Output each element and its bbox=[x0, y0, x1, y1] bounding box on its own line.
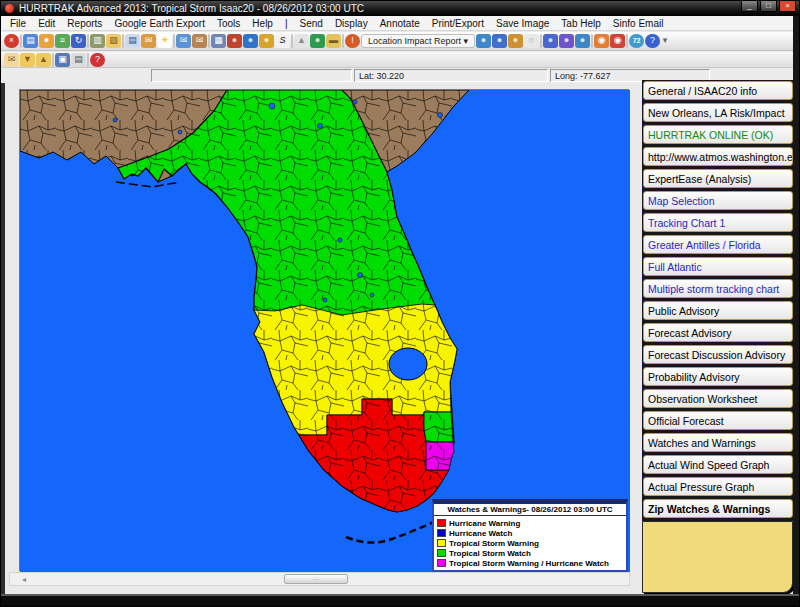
toolbar-separator[interactable] bbox=[208, 34, 210, 48]
sidebar-item-observation-worksheet[interactable]: Observation Worksheet bbox=[643, 389, 793, 408]
save-icon[interactable]: ▣ bbox=[55, 53, 70, 67]
clock-72-icon[interactable]: 72 bbox=[629, 34, 644, 48]
globe-red-icon[interactable]: ● bbox=[227, 34, 242, 48]
delete-storm-icon[interactable]: × bbox=[4, 34, 19, 48]
maximize-button[interactable]: □ bbox=[760, 1, 777, 12]
legend-row: Tropical Storm Warning / Hurricane Watch bbox=[437, 558, 624, 568]
toolbar-separator[interactable] bbox=[173, 34, 175, 48]
location-impact-report-button[interactable]: Location Impact Report ▾ bbox=[361, 34, 475, 48]
help-icon[interactable]: ? bbox=[645, 34, 660, 48]
mail-send-icon[interactable]: ✉ bbox=[176, 34, 191, 48]
mail-receive-icon[interactable]: ✉ bbox=[192, 34, 207, 48]
mail-open-icon[interactable]: ✉ bbox=[4, 53, 19, 67]
menu-tools[interactable]: Tools bbox=[211, 18, 246, 29]
users-orange-icon[interactable]: ◉ bbox=[594, 34, 609, 48]
toolbar-separator[interactable] bbox=[87, 53, 89, 67]
toolbar-separator[interactable] bbox=[540, 34, 542, 48]
status-panel bbox=[151, 69, 352, 82]
scrollbar-thumb[interactable]: ⋯ bbox=[284, 574, 348, 584]
database-add-icon[interactable]: ▥ bbox=[90, 34, 105, 48]
menu-file[interactable]: File bbox=[4, 18, 32, 29]
legend-label: Tropical Storm Warning bbox=[449, 539, 539, 548]
menu-separator[interactable]: | bbox=[279, 18, 294, 29]
sidebar-item-tracking-chart-1[interactable]: Tracking Chart 1 bbox=[643, 213, 793, 232]
menu-print-export[interactable]: Print/Export bbox=[426, 18, 490, 29]
search-disabled-icon[interactable]: ○ bbox=[524, 34, 539, 48]
sidebar-item-general-info[interactable]: General / ISAAC20 info bbox=[643, 81, 793, 100]
menu-google-earth-export[interactable]: Google Earth Export bbox=[108, 18, 211, 29]
sidebar-item-official-forecast[interactable]: Official Forecast bbox=[643, 411, 793, 430]
sidebar-item-map-selection[interactable]: Map Selection bbox=[643, 191, 793, 210]
toolbar-separator[interactable] bbox=[20, 34, 22, 48]
legend-row: Hurricane Watch bbox=[437, 528, 624, 538]
refresh-icon[interactable]: ↻ bbox=[71, 34, 86, 48]
sidebar-item-watches-warnings[interactable]: Watches and Warnings bbox=[643, 433, 793, 452]
sidebar-item-pressure-graph[interactable]: Actual Pressure Graph bbox=[643, 477, 793, 496]
report-window-icon[interactable]: ▤ bbox=[23, 34, 38, 48]
globe-report-2-icon[interactable]: ● bbox=[492, 34, 507, 48]
sidebar-item-expertease[interactable]: ExpertEase (Analysis) bbox=[643, 169, 793, 188]
sidebar-item-new-orleans-risk[interactable]: New Orleans, LA Risk/Impact bbox=[643, 103, 793, 122]
legend-color-chip bbox=[437, 519, 446, 527]
sphere-teal-icon[interactable]: ● bbox=[575, 34, 590, 48]
form-list-icon[interactable]: ≡ bbox=[55, 34, 70, 48]
menu-annotate[interactable]: Annotate bbox=[374, 18, 426, 29]
sphere-blue-icon[interactable]: ● bbox=[543, 34, 558, 48]
map-image-icon[interactable]: ▦ bbox=[211, 34, 226, 48]
menu-display[interactable]: Display bbox=[329, 18, 374, 29]
sidebar-item-public-advisory[interactable]: Public Advisory bbox=[643, 301, 793, 320]
sidebar-item-probability-advisory[interactable]: Probability Advisory bbox=[643, 367, 793, 386]
sidebar-item-wind-speed-graph[interactable]: Actual Wind Speed Graph bbox=[643, 455, 793, 474]
map-horizontal-scrollbar[interactable]: ◂ ⋯ bbox=[9, 572, 630, 586]
minimize-button[interactable]: _ bbox=[741, 1, 758, 12]
toolbar-separator[interactable] bbox=[342, 34, 344, 48]
toolbar-separator[interactable] bbox=[291, 34, 293, 48]
route-map-icon[interactable]: ▬ bbox=[326, 34, 341, 48]
menu-save-image[interactable]: Save Image bbox=[490, 18, 555, 29]
sidebar-item-hurrtrak-online[interactable]: HURRTRAK ONLINE (OK) bbox=[643, 125, 793, 144]
report-document-icon[interactable]: ▤ bbox=[125, 34, 140, 48]
sidebar-item-forecast-advisory[interactable]: Forecast Advisory bbox=[643, 323, 793, 342]
toolbar-separator[interactable] bbox=[87, 34, 89, 48]
globe-report-1-icon[interactable]: ● bbox=[476, 34, 491, 48]
close-button[interactable]: × bbox=[779, 1, 796, 12]
print-icon[interactable]: ▤ bbox=[71, 53, 86, 67]
menu-send[interactable]: Send bbox=[294, 18, 329, 29]
sidebar-item-greater-antilles-florida[interactable]: Greater Antilles / Florida bbox=[643, 235, 793, 254]
toolbar-separator[interactable] bbox=[626, 34, 628, 48]
sun-icon[interactable]: ☀ bbox=[157, 34, 172, 48]
menu-reports[interactable]: Reports bbox=[61, 18, 108, 29]
download-icon[interactable]: ▼ bbox=[20, 53, 35, 67]
mail-report-icon[interactable]: ✉ bbox=[141, 34, 156, 48]
window-right-edge bbox=[793, 16, 799, 606]
help-red-icon[interactable]: ? bbox=[90, 53, 105, 67]
globe-yellow-icon[interactable]: ● bbox=[259, 34, 274, 48]
location-pin-icon[interactable]: ● bbox=[39, 34, 54, 48]
users-red-icon[interactable]: ◉ bbox=[610, 34, 625, 48]
map-panel[interactable]: Watches & Warnings- 08/26/2012 03:00 UTC… bbox=[19, 89, 629, 571]
toolbar-overflow-icon[interactable]: ▾ bbox=[661, 34, 669, 48]
hurricane-symbol-icon[interactable]: S bbox=[275, 34, 290, 48]
globe-warning-icon[interactable]: ● bbox=[508, 34, 523, 48]
toolbar-separator[interactable] bbox=[591, 34, 593, 48]
sidebar-item-full-atlantic[interactable]: Full Atlantic bbox=[643, 257, 793, 276]
menu-help[interactable]: Help bbox=[246, 18, 279, 29]
open-folder-icon[interactable]: ▨ bbox=[106, 34, 121, 48]
globe-blue-icon[interactable]: ● bbox=[243, 34, 258, 48]
alert-icon[interactable]: ! bbox=[345, 34, 360, 48]
toolbar-separator[interactable] bbox=[122, 34, 124, 48]
menu-edit[interactable]: Edit bbox=[32, 18, 61, 29]
antenna-icon[interactable]: ▲ bbox=[294, 34, 309, 48]
sidebar-item-forecast-discussion[interactable]: Forecast Discussion Advisory bbox=[643, 345, 793, 364]
sidebar-item-zip-watches-warnings[interactable]: Zip Watches & Warnings bbox=[643, 499, 793, 518]
upload-lock-icon[interactable]: ▲ bbox=[36, 53, 51, 67]
menu-sinfo-email[interactable]: Sinfo Email bbox=[607, 18, 670, 29]
toolbar-separator[interactable] bbox=[52, 53, 54, 67]
sidebar-item-atmos-url[interactable]: http://www.atmos.washington.edu/cg bbox=[643, 147, 793, 166]
scroll-left-arrow-icon[interactable]: ◂ bbox=[22, 575, 26, 584]
globe-green-icon[interactable]: ● bbox=[310, 34, 325, 48]
menu-tab-help[interactable]: Tab Help bbox=[555, 18, 606, 29]
sidebar-item-multiple-storm-chart[interactable]: Multiple storm tracking chart bbox=[643, 279, 793, 298]
sphere-purple-icon[interactable]: ● bbox=[559, 34, 574, 48]
lake-okeechobee bbox=[389, 348, 427, 380]
